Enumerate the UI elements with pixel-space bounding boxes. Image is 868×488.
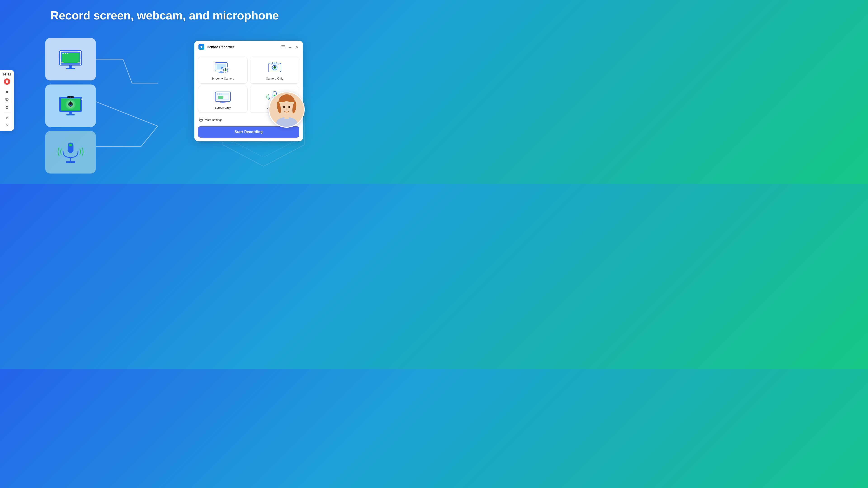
feature-cards xyxy=(45,38,96,173)
window-controls xyxy=(281,45,299,49)
svg-point-86 xyxy=(288,106,290,108)
settings-icon xyxy=(199,118,203,122)
svg-rect-88 xyxy=(285,115,289,119)
svg-point-26 xyxy=(70,101,71,103)
webcam-avatar xyxy=(269,92,305,128)
svg-point-31 xyxy=(81,98,83,100)
minimize-button[interactable] xyxy=(288,45,292,49)
svg-rect-13 xyxy=(69,66,72,68)
window-titlebar: Gemoo Recorder xyxy=(194,41,303,53)
svg-rect-5 xyxy=(6,107,8,107)
svg-rect-33 xyxy=(69,144,72,147)
delete-button[interactable] xyxy=(5,105,8,110)
stop-record-button[interactable] xyxy=(4,78,10,85)
svg-point-59 xyxy=(274,65,275,67)
svg-point-85 xyxy=(283,106,285,108)
svg-point-61 xyxy=(278,64,279,65)
svg-rect-2 xyxy=(6,80,8,83)
menu-button[interactable] xyxy=(281,45,285,49)
svg-point-76 xyxy=(200,119,202,121)
screen-feature-card xyxy=(45,38,96,80)
svg-rect-6 xyxy=(6,107,8,109)
app-logo xyxy=(198,44,204,50)
svg-point-60 xyxy=(271,64,272,65)
camera-only-icon xyxy=(266,61,284,74)
mode-camera-only-label: Camera Only xyxy=(266,77,283,80)
screen-card-icon xyxy=(56,48,85,70)
svg-point-66 xyxy=(220,94,221,95)
svg-point-65 xyxy=(219,94,220,95)
svg-point-15 xyxy=(62,53,64,54)
svg-rect-51 xyxy=(219,72,224,73)
screen-camera-icon xyxy=(214,61,232,74)
mode-screen-camera-label: Screen + Camera xyxy=(211,77,234,80)
timer-divider xyxy=(4,87,10,87)
collapse-button[interactable] xyxy=(5,123,8,128)
audio-feature-card xyxy=(45,131,96,173)
timer-widget: 01:22 xyxy=(0,70,14,131)
timer-display: 01:22 xyxy=(3,73,11,76)
svg-rect-11 xyxy=(62,53,79,63)
close-button[interactable] xyxy=(295,45,299,49)
svg-rect-35 xyxy=(66,161,75,163)
svg-rect-50 xyxy=(220,71,222,72)
svg-point-49 xyxy=(225,68,226,69)
svg-rect-4 xyxy=(7,91,8,93)
svg-point-54 xyxy=(274,63,275,64)
connector-lines xyxy=(96,38,158,172)
svg-rect-28 xyxy=(66,114,75,116)
recorder-window: Gemoo Recorder xyxy=(194,41,303,141)
mode-camera-only[interactable]: Camera Only xyxy=(250,57,299,84)
timer-divider-2 xyxy=(4,112,10,113)
svg-rect-3 xyxy=(6,91,7,93)
pause-button[interactable] xyxy=(5,90,8,95)
svg-rect-68 xyxy=(218,96,223,99)
refresh-button[interactable] xyxy=(5,97,9,103)
page-title: Record screen, webcam, and microphone xyxy=(0,8,329,22)
edit-button[interactable] xyxy=(5,115,8,121)
mode-screen-only-label: Screen Only xyxy=(215,106,231,109)
svg-rect-70 xyxy=(220,102,225,103)
svg-point-64 xyxy=(217,94,218,95)
more-settings-label: More settings xyxy=(205,118,222,122)
camera-feature-card xyxy=(45,85,96,127)
mode-screen-camera[interactable]: Screen + Camera xyxy=(198,57,248,84)
window-title-text: Gemoo Recorder xyxy=(207,45,279,49)
screen-only-icon xyxy=(214,90,232,104)
svg-rect-27 xyxy=(69,112,72,114)
svg-rect-14 xyxy=(66,68,75,69)
audio-card-icon xyxy=(56,140,85,165)
svg-point-17 xyxy=(67,53,68,54)
svg-point-16 xyxy=(65,53,66,54)
svg-point-30 xyxy=(70,96,71,98)
mode-screen-only[interactable]: Screen Only xyxy=(198,86,248,113)
camera-card-icon xyxy=(56,94,85,117)
start-recording-button[interactable]: Start Recording xyxy=(198,126,299,138)
